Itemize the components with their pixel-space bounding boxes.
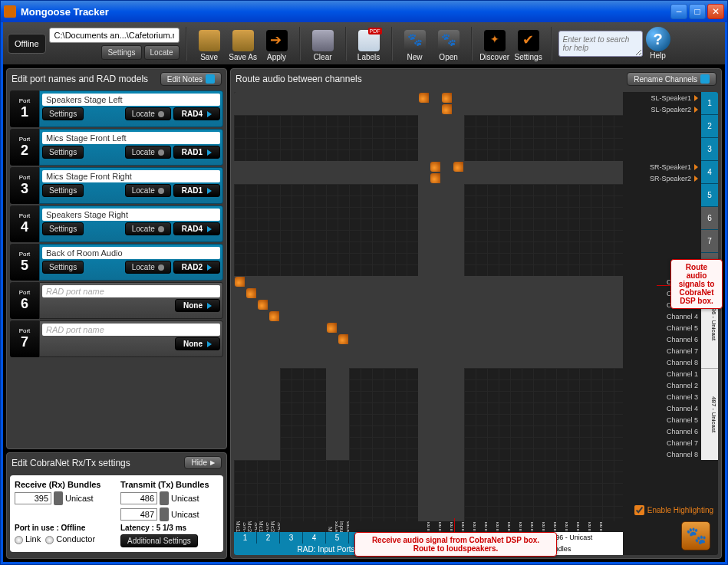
additional-settings-button[interactable]: Additional Settings	[120, 534, 198, 547]
tx-bundle-label: 487 - Unicast	[701, 368, 718, 460]
output-channel-label: SR-Speaker1	[623, 161, 701, 172]
enable-hl-checkbox[interactable]	[634, 505, 644, 515]
input-channel-label: Channel 3	[441, 521, 453, 532]
discover-button[interactable]: Discover	[479, 26, 511, 61]
hide-button[interactable]: Hide▶	[184, 456, 222, 469]
port-settings-button[interactable]: Settings	[42, 261, 84, 274]
app-window: Mongoose Tracker – □ ✕ Offline Settings …	[0, 0, 728, 565]
port-row: Port3 Mics Stage Front Right Settings Lo…	[10, 167, 223, 204]
maximize-button[interactable]: □	[689, 4, 706, 19]
port-name-input[interactable]: Back of Room Audio	[42, 247, 220, 259]
rad-model-dropdown[interactable]: None	[175, 337, 220, 350]
rename-channels-button[interactable]: Rename Channels	[627, 72, 716, 86]
clear-button[interactable]: Clear	[307, 26, 339, 61]
route-col-highlight	[245, 276, 257, 460]
port-name-input[interactable]: Speakers Stage Left	[42, 94, 220, 106]
port-locate-button[interactable]: Locate	[125, 146, 171, 159]
help-search-input[interactable]	[558, 31, 643, 57]
rad-input-port-num: 2	[257, 532, 280, 544]
rad-model-dropdown[interactable]: RAD2	[173, 261, 220, 274]
port-locate-button[interactable]: Locate	[125, 222, 171, 235]
cn-channel-label: Channel 5	[623, 414, 701, 425]
file-path-input[interactable]	[49, 28, 180, 43]
route-node[interactable]	[235, 277, 245, 287]
close-button[interactable]: ✕	[707, 4, 724, 19]
spinner-icon[interactable]	[54, 491, 63, 505]
rad-model-dropdown[interactable]: RAD1	[173, 184, 220, 197]
edit-notes-button[interactable]: Edit Notes	[160, 72, 222, 86]
port-locate-button[interactable]: Locate	[125, 107, 171, 120]
spinner-icon[interactable]	[160, 508, 169, 521]
route-node[interactable]	[442, 93, 452, 103]
tri-icon	[694, 176, 698, 182]
route-node[interactable]	[430, 173, 440, 183]
rad-model-dropdown[interactable]: RAD4	[173, 222, 220, 235]
conductor-radio[interactable]	[45, 536, 54, 544]
link-radio[interactable]	[15, 536, 23, 544]
labels-button[interactable]: Labels	[353, 26, 385, 61]
saveas-button[interactable]: Save As	[227, 26, 259, 61]
rad-model-dropdown[interactable]: None	[175, 299, 220, 312]
route-node[interactable]	[419, 93, 429, 103]
rx-bundle-input[interactable]	[15, 492, 51, 504]
rad-model-dropdown[interactable]: RAD4	[173, 107, 220, 120]
output-channel-label: SL-Speaker2	[623, 103, 701, 115]
file-settings-button[interactable]: Settings	[101, 45, 141, 60]
tx-heading: Transmit (Tx) Bundles	[120, 480, 219, 489]
route-node[interactable]	[430, 162, 440, 172]
port-settings-button[interactable]: Settings	[42, 146, 84, 159]
route-node[interactable]	[442, 104, 452, 114]
route-node[interactable]	[453, 162, 463, 172]
input-channel-label: Channel 4	[545, 521, 556, 532]
tx-bundle-input-0[interactable]	[120, 492, 157, 504]
help-label: Help	[650, 51, 666, 60]
port-name-input[interactable]: Speakers Stage Right	[42, 209, 220, 221]
port-locate-button[interactable]: Locate	[125, 261, 171, 274]
route-node[interactable]	[258, 300, 268, 310]
open-button[interactable]: Open	[433, 26, 465, 61]
port-settings-button[interactable]: Settings	[42, 222, 84, 235]
port-settings-button[interactable]: Settings	[42, 184, 84, 197]
input-channel-label: Channel 5	[464, 521, 476, 532]
settings-button[interactable]: Settings	[512, 26, 545, 61]
divider	[551, 27, 552, 61]
route-col-highlight	[441, 92, 453, 521]
port-settings-button[interactable]: Settings	[42, 107, 84, 120]
port-name-input[interactable]: RAD port name	[42, 324, 220, 336]
floppy-open-icon	[232, 30, 254, 51]
toolbar: Offline Settings Locate Save Save As App…	[3, 22, 725, 65]
port-locate-button[interactable]: Locate	[125, 184, 171, 197]
spinner-icon[interactable]	[160, 491, 169, 505]
route-node[interactable]	[327, 323, 337, 333]
new-button[interactable]: New	[399, 26, 431, 61]
rad-model-dropdown[interactable]: RAD1	[173, 146, 220, 159]
routing-grid[interactable]: SL-Speaker1SL-Speaker2SR-Speaker1SR-Spea…	[234, 92, 718, 555]
cn-channel-label: Channel 1	[623, 368, 701, 379]
minimize-button[interactable]: –	[670, 4, 687, 19]
tri-icon	[694, 164, 698, 170]
enable-highlighting[interactable]: Enable Highlighting	[634, 505, 713, 515]
edit-notes-icon	[206, 74, 215, 84]
input-channel-label	[349, 521, 361, 532]
save-button[interactable]: Save	[193, 26, 226, 61]
apply-button[interactable]: Apply	[261, 26, 293, 61]
dropdown-icon	[207, 188, 212, 194]
input-channel-label: Channel 6	[476, 521, 487, 532]
route-node[interactable]	[246, 288, 256, 298]
route-node[interactable]	[269, 311, 279, 321]
output-channel-label	[623, 138, 701, 149]
cn-channel-label: Channel 3	[623, 391, 701, 402]
port-name-input[interactable]: RAD port name	[42, 285, 220, 297]
port-name-input[interactable]: Mics Stage Front Right	[42, 170, 220, 182]
titlebar[interactable]: Mongoose Tracker – □ ✕	[1, 1, 727, 22]
input-channel-label	[372, 521, 384, 532]
paw-button[interactable]: 🐾	[681, 521, 710, 550]
port-number: Port5	[10, 244, 39, 281]
port-name-input[interactable]: Mics Stage Front Left	[42, 132, 220, 144]
check-settings-icon	[518, 30, 539, 51]
route-node[interactable]	[338, 334, 348, 344]
cn-channel-label: Channel 6	[623, 333, 701, 345]
tx-bundle-input-1[interactable]	[120, 508, 157, 521]
help-button[interactable]: ?	[646, 27, 670, 51]
file-locate-button[interactable]: Locate	[144, 45, 180, 60]
